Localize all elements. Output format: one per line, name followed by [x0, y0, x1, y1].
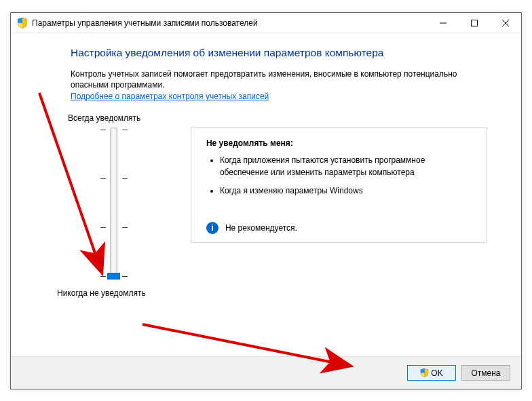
- page-heading: Настройка уведомления об изменении парам…: [71, 47, 487, 59]
- slider-thumb[interactable]: [107, 273, 120, 280]
- cancel-label: Отмена: [471, 368, 500, 378]
- slider-tick: [100, 130, 128, 130]
- slider-channel: [110, 128, 117, 280]
- ok-label: OK: [431, 368, 442, 378]
- info-icon: i: [206, 222, 218, 234]
- panel-title: Не уведомлять меня:: [206, 138, 473, 148]
- shield-icon: [17, 18, 28, 28]
- panel-bullet: Когда приложения пытаются установить про…: [220, 155, 473, 178]
- titlebar: Параметры управления учетными записями п…: [11, 13, 521, 33]
- uac-settings-window: Параметры управления учетными записями п…: [10, 12, 522, 389]
- panel-bullet: Когда я изменяю параметры Windows: [220, 185, 473, 197]
- page-description: Контроль учетных записей помогает предот…: [71, 69, 487, 90]
- maximize-button[interactable]: [459, 13, 490, 33]
- learn-more-link[interactable]: Подробнее о параметрах контроля учетных …: [71, 92, 269, 101]
- window-controls: [428, 13, 521, 33]
- slider-area: Всегда уведомлять Никогда не уведомлять …: [71, 113, 487, 298]
- slider-tick: [100, 178, 128, 179]
- close-button[interactable]: [490, 13, 521, 33]
- ok-button[interactable]: OK: [407, 365, 456, 381]
- slider-column: Всегда уведомлять Никогда не уведомлять: [71, 113, 172, 298]
- recommendation-text: Не рекомендуется.: [225, 223, 297, 233]
- dialog-footer: OK Отмена: [11, 356, 521, 389]
- slider-label-top: Всегда уведомлять: [68, 113, 172, 123]
- uac-slider[interactable]: [100, 126, 128, 282]
- slider-label-bottom: Никогда не уведомлять: [57, 288, 172, 298]
- recommendation-row: i Не рекомендуется.: [206, 222, 473, 234]
- notification-panel: Не уведомлять меня: Когда приложения пыт…: [191, 127, 487, 242]
- slider-tick: [100, 227, 128, 228]
- content-area: Настройка уведомления об изменении парам…: [11, 33, 521, 356]
- minimize-button[interactable]: [428, 13, 459, 33]
- panel-bullets: Когда приложения пытаются установить про…: [206, 155, 473, 197]
- window-title: Параметры управления учетными записями п…: [32, 18, 428, 28]
- cancel-button[interactable]: Отмена: [461, 365, 510, 381]
- shield-icon: [420, 368, 429, 378]
- svg-rect-1: [472, 20, 478, 26]
